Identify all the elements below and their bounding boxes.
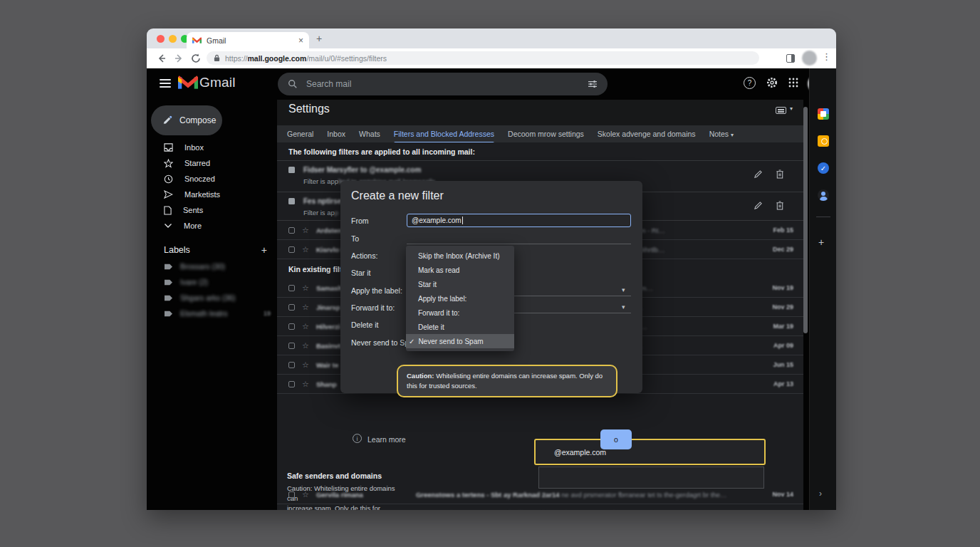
menu-item-forward[interactable]: Forward it to: xyxy=(406,306,514,320)
from-input[interactable]: @example.com xyxy=(407,214,631,227)
menu-item-never-spam[interactable]: ✓ Never send to Spam xyxy=(406,334,514,348)
clock-icon xyxy=(164,174,173,184)
sidebar-item-more[interactable]: More xyxy=(147,218,272,234)
sidebar-item-inbox[interactable]: Inbox xyxy=(147,140,272,155)
filter-checkbox[interactable] xyxy=(288,198,295,204)
side-panel-icon[interactable] xyxy=(786,54,795,63)
compose-button[interactable]: Compose xyxy=(151,105,222,135)
row-checkbox[interactable] xyxy=(288,381,295,387)
tasks-icon[interactable]: ✓ xyxy=(818,162,829,174)
row-star-icon[interactable]: ☆ xyxy=(302,284,309,292)
create-filter-button[interactable]: o xyxy=(600,429,632,449)
text-cursor xyxy=(462,217,463,224)
row-star-icon[interactable]: ☆ xyxy=(302,323,309,330)
row-checkbox[interactable] xyxy=(288,246,295,253)
settings-tab-bar: General Inbox Whats Filters and Blocked … xyxy=(277,125,803,142)
document-icon xyxy=(164,206,172,215)
menu-item-skip-inbox[interactable]: Skip the Inbox (Archive It) xyxy=(406,249,514,263)
chevron-down-icon[interactable]: ▾ xyxy=(622,286,625,293)
url-bar[interactable]: https://mall.google.com/mail/u/0/#settin… xyxy=(207,51,759,65)
hamburger-menu-icon[interactable] xyxy=(160,79,171,90)
menu-item-apply-label[interactable]: Apply the label: xyxy=(406,291,514,306)
row-star-icon[interactable]: ☆ xyxy=(302,380,309,388)
browser-avatar[interactable] xyxy=(802,51,817,66)
label-item[interactable]: Ivare (2) xyxy=(164,278,271,286)
mail-date: Nov 19 xyxy=(772,284,793,291)
row-star-icon[interactable]: ☆ xyxy=(302,491,309,499)
mail-sender: Fwst Spanvh xyxy=(316,510,409,511)
menu-item-mark-read[interactable]: Mark as read xyxy=(406,263,514,277)
close-window-button[interactable] xyxy=(157,35,165,43)
search-bar[interactable]: Search mail xyxy=(278,73,608,95)
display-density-icon[interactable] xyxy=(776,107,786,114)
sidebar-item-starred[interactable]: Starred xyxy=(147,155,272,171)
search-filter-icon[interactable] xyxy=(588,80,598,88)
row-star-icon[interactable]: ☆ xyxy=(302,226,309,234)
calendar-icon[interactable] xyxy=(818,108,829,120)
filter-checkbox[interactable] xyxy=(288,167,295,173)
safe-senders-input[interactable]: @example.com xyxy=(534,439,766,465)
row-star-icon[interactable]: ☆ xyxy=(302,342,309,350)
minimize-window-button[interactable] xyxy=(169,35,177,43)
row-star-icon[interactable]: ☆ xyxy=(302,246,309,254)
browser-menu-icon[interactable]: ⋮ xyxy=(822,51,831,62)
menu-item-delete[interactable]: Delete it xyxy=(406,320,514,334)
close-tab-icon[interactable]: × xyxy=(298,36,303,46)
mail-row[interactable]: ☆ Fwst Spanvh Farsempndgat earmats tar a… xyxy=(277,504,803,510)
filters-heading: The following filters are applied to all… xyxy=(277,142,803,161)
row-checkbox[interactable] xyxy=(288,323,295,330)
labels-title: Labels xyxy=(164,245,190,255)
refresh-icon[interactable] xyxy=(189,52,202,65)
density-caret-icon[interactable]: ▾ xyxy=(790,105,793,112)
label-item[interactable]: Brossars (30) xyxy=(164,262,271,271)
tab-whats[interactable]: Whats xyxy=(359,130,380,138)
row-star-icon[interactable]: ☆ xyxy=(302,303,309,311)
sidebar-item-label: Sents xyxy=(183,206,203,214)
delete-it-label: Delete it xyxy=(351,321,379,329)
safe-senders-textarea[interactable] xyxy=(538,467,764,489)
menu-item-star-it[interactable]: Star it xyxy=(406,277,514,291)
chevron-down-icon[interactable]: ▾ xyxy=(622,303,625,311)
get-addons-icon[interactable]: + xyxy=(818,236,824,248)
apps-grid-icon[interactable] xyxy=(788,78,798,88)
new-tab-button[interactable]: + xyxy=(316,33,322,44)
collapse-panel-icon[interactable]: › xyxy=(819,489,822,499)
add-label-icon[interactable]: + xyxy=(261,244,267,256)
tab-decoom[interactable]: Decoom mrow settings xyxy=(508,130,584,138)
to-input[interactable] xyxy=(407,244,631,244)
row-star-icon[interactable]: ☆ xyxy=(302,361,309,369)
label-item[interactable]: Shgars arks (36) xyxy=(164,293,271,302)
row-star-icon[interactable]: ☆ xyxy=(302,510,309,511)
edit-filter-icon[interactable] xyxy=(754,170,763,179)
tab-notes[interactable]: Notes ▾ xyxy=(709,130,734,138)
sidebar-item-snoozed[interactable]: Snoczed xyxy=(147,171,272,187)
tab-skolex[interactable]: Skolex advenge and domains xyxy=(598,130,696,138)
row-checkbox[interactable] xyxy=(288,343,295,349)
row-checkbox[interactable] xyxy=(288,491,295,498)
row-checkbox[interactable] xyxy=(288,304,295,311)
gmail-header: Gmail Search mail ? xyxy=(147,68,836,100)
tab-general[interactable]: General xyxy=(287,130,313,138)
sidebar-item-sents[interactable]: Sents xyxy=(147,202,272,218)
tab-inbox[interactable]: Inbox xyxy=(327,130,345,138)
delete-filter-icon[interactable] xyxy=(776,201,784,210)
contacts-icon[interactable] xyxy=(818,189,829,201)
row-checkbox[interactable] xyxy=(288,362,295,368)
star-icon xyxy=(164,159,173,168)
label-item[interactable]: Elsmath leatrs 19 xyxy=(164,309,271,318)
filter-actions-dropdown: Skip the Inbox (Archive It) Mark as read… xyxy=(406,246,514,351)
keep-icon[interactable] xyxy=(818,135,829,147)
sidebar-item-marketists[interactable]: Marketists xyxy=(147,187,272,202)
browser-tab[interactable]: Gmail × xyxy=(187,32,309,48)
edit-filter-icon[interactable] xyxy=(754,201,763,210)
delete-filter-icon[interactable] xyxy=(776,170,784,179)
row-checkbox[interactable] xyxy=(288,227,295,234)
help-icon[interactable]: ? xyxy=(744,77,756,89)
scrollbar[interactable] xyxy=(803,107,808,333)
forward-icon[interactable] xyxy=(172,52,185,65)
row-checkbox[interactable] xyxy=(288,285,295,291)
tab-filters-blocked[interactable]: Filters and Blocked Addresses xyxy=(394,130,494,138)
settings-gear-icon[interactable] xyxy=(766,76,778,89)
back-icon[interactable] xyxy=(155,52,168,65)
dialog-learn-more-link[interactable]: Learn more xyxy=(368,435,406,444)
